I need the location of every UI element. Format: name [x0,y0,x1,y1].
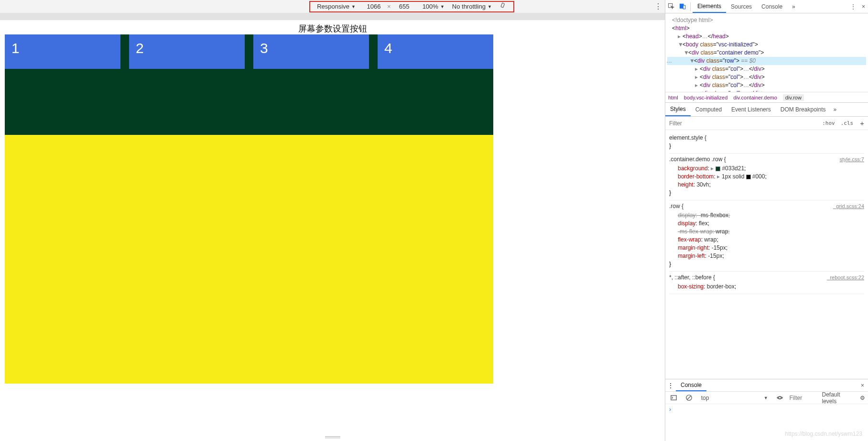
throttling-label: No throttling [452,3,486,10]
crumb-body[interactable]: body.vsc-initialized [684,95,728,100]
selector-label: .row { [669,202,684,210]
more-vert-icon[interactable]: ⋮ [665,382,676,389]
gear-icon[interactable]: ⚙ [860,395,865,401]
tab-sources[interactable]: Sources [726,0,757,13]
container-node[interactable]: ▼<div class="container demo"> [667,49,866,57]
subtab-dom-breakpoints[interactable]: DOM Breakpoints [776,103,831,116]
body-node[interactable]: ▼<body class="vsc-initialized"> [667,41,866,49]
chevron-down-icon: ▼ [351,4,356,9]
rotate-icon[interactable] [499,2,507,11]
crumb-container[interactable]: div.container.demo [733,95,777,100]
more-tabs-icon[interactable]: » [787,0,800,13]
rule-row[interactable]: .row {_grid.scss:24 display: -ms-flexbox… [669,200,864,272]
subtab-styles[interactable]: Styles [665,103,691,116]
more-subtabs-icon[interactable]: » [833,106,836,113]
subtab-listeners[interactable]: Event Listeners [727,103,776,116]
subtab-computed[interactable]: Computed [691,103,727,116]
device-mode-dropdown[interactable]: Responsive ▼ [317,3,356,10]
yellow-block [5,135,493,384]
html-open[interactable]: <html> [667,24,866,33]
svg-rect-3 [683,5,685,9]
zoom-dropdown[interactable]: 100% ▼ [423,3,445,10]
rule-universal[interactable]: *, ::after, ::before {_reboot.scss:22 bo… [669,272,864,294]
col-2: 2 [129,34,245,69]
context-dropdown[interactable]: top▼ [699,394,770,402]
rule-element-style[interactable]: element.style { } [669,132,864,154]
clear-console-icon[interactable] [684,394,695,401]
breadcrumb: html body.vsc-initialized div.container.… [665,92,868,102]
svg-rect-0 [501,2,505,7]
cls-toggle[interactable]: .cls [838,120,857,126]
col-node[interactable]: ▸<div class="col">…</div> [667,73,866,81]
tab-console[interactable]: Console [757,0,787,13]
viewport-dimensions: × [363,3,415,10]
selector-label: element.style { [669,134,864,142]
selector-label: .container.demo .row { [669,155,726,164]
col-node[interactable]: ▸<div class="col">…</div> [667,81,866,89]
source-link[interactable]: style.css:7 [840,155,864,164]
page-preview: 1 2 3 4 [5,34,493,384]
viewport-height-input[interactable] [394,3,415,10]
console-filter-input[interactable] [789,395,818,401]
device-toggle-icon[interactable] [677,3,688,10]
annotation-label: 屏幕参数设置按钮 [0,23,665,34]
crumb-html[interactable]: html [668,95,678,100]
devtools-panel: Elements Sources Console » ⋮ × <!doctype… [665,0,868,441]
styles-subtabs: Styles Computed Event Listeners DOM Brea… [665,102,868,117]
col-node[interactable]: ▸<div class="col">…</div> [667,65,866,73]
styles-filter-input[interactable] [665,120,819,127]
more-vert-icon[interactable]: ⋮ [847,3,859,10]
source-link[interactable]: _grid.scss:24 [833,202,864,210]
dimension-x-label: × [387,3,391,10]
device-toolbar: Responsive ▼ × 100% ▼ No throttling ▼ [0,0,665,13]
more-vert-icon[interactable]: ⋮ [651,2,665,11]
throttling-dropdown[interactable]: No throttling ▼ [452,3,492,10]
ruler [0,13,665,20]
head-node[interactable]: ▸<head>…</head> [667,33,866,41]
log-levels-dropdown[interactable]: Default levels [822,391,856,405]
drag-handle-icon[interactable] [325,436,340,438]
color-swatch-icon[interactable] [716,166,720,171]
console-prompt-icon: › [669,406,671,413]
row-node-selected[interactable]: ▼<div class="row"> == $0 [667,57,866,65]
new-style-rule-icon[interactable]: + [856,119,868,127]
col-4: 4 [378,34,493,69]
viewport-width-input[interactable] [363,3,384,10]
row-container: 1 2 3 4 [5,34,493,135]
color-swatch-icon[interactable] [746,175,751,179]
styles-filter-row: :hov .cls + [665,117,868,130]
collapse-icon[interactable] [668,394,680,401]
device-mode-label: Responsive [317,3,349,10]
live-expression-icon[interactable] [774,394,786,401]
console-drawer: ⋮ Console × top▼ Default levels ⚙ › [665,379,868,441]
close-icon[interactable]: × [859,3,868,10]
selector-label: *, ::after, ::before { [669,274,715,282]
doctype-node: <!doctype html> [667,16,866,24]
viewport-surface: 屏幕参数设置按钮 1 2 3 4 [0,20,665,441]
source-link[interactable]: _reboot.scss:22 [827,274,864,282]
inspect-icon[interactable] [665,3,677,10]
col-1: 1 [5,34,120,69]
styles-body[interactable]: element.style { } .container.demo .row {… [665,130,868,379]
svg-rect-4 [671,396,676,400]
devtools-toolbar: Elements Sources Console » ⋮ × [665,0,868,13]
close-icon[interactable]: × [857,382,868,389]
drawer-tab-console[interactable]: Console [676,379,706,391]
console-body[interactable]: › [665,404,868,441]
hov-toggle[interactable]: :hov [819,120,838,126]
col-3: 3 [253,34,369,69]
chevron-down-icon: ▼ [488,4,492,9]
device-controls-highlight: Responsive ▼ × 100% ▼ No throttling ▼ [309,1,514,12]
dom-tree[interactable]: <!doctype html> <html> ▸<head>…</head> ▼… [665,13,868,92]
zoom-label: 100% [423,3,438,10]
tab-elements[interactable]: Elements [693,0,726,13]
crumb-row[interactable]: div.row [783,94,804,101]
chevron-down-icon: ▼ [440,4,445,9]
rule-container-demo-row[interactable]: .container.demo .row {style.css:7 backgr… [669,154,864,200]
